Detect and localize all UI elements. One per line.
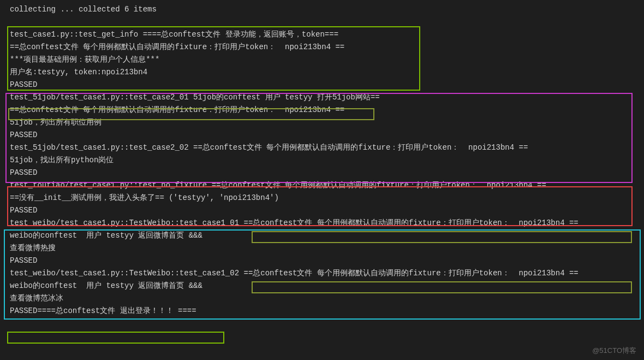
b2-l3: 51job，列出所有职位用例 [0, 116, 644, 129]
b4-l6: weibo的conftest 用户 testyy 返回微博首页 &&& [0, 280, 644, 292]
b4-l5a: test_weibo/test_case1.py::TestWeibo::tes… [10, 269, 243, 278]
b3-passed: PASSED [0, 204, 644, 217]
b1-l2: ==总conftest文件 每个用例都默认自动调用的fixture：打印用户to… [0, 41, 644, 54]
b4-l1a: test_weibo/test_case1.py::TestWeibo::tes… [10, 219, 243, 227]
b2-l1: test_51job/test_case1.py::test_case2_01 … [0, 91, 644, 104]
b1-l1: test_case1.py::test_get_info ====总confte… [0, 28, 644, 41]
terminal-output: collecting ... collected 6 items test_ca… [0, 3, 644, 317]
blank-line [0, 16, 644, 28]
b4-l3: 查看微博热搜 [0, 242, 644, 255]
b4-l7: 查看微博范冰冰 [0, 292, 644, 305]
b4-l2: weibo的conftest 用户 testyy 返回微博首页 &&& [0, 229, 644, 242]
b4-passed1: PASSED [0, 255, 644, 267]
b4-l1b: ==总conftest文件 每个用例都默认自动调用的fixture：打印用户to… [243, 219, 578, 227]
b2-passed1: PASSED [0, 129, 644, 141]
b1-passed: PASSED [0, 79, 644, 91]
b3-l2: ==没有__init__测试用例，我进入头条了== ('testyy', 'np… [0, 192, 644, 204]
b2-l5: test_51job/test_case1.py::test_case2_02 … [0, 141, 644, 154]
collecting-line: collecting ... collected 6 items [0, 3, 644, 16]
b2-l6: 51job，找出所有python岗位 [0, 154, 644, 167]
footer-passed: PASSED====总conftest文件 退出登录！！！ ==== [0, 305, 644, 317]
b3-l1: test_toutiao/test_case1.py::test_no_fixt… [0, 179, 644, 192]
b1-l4: 用户名:testyy, token:npoi213bn4 [0, 66, 644, 79]
b4-l1: test_weibo/test_case1.py::TestWeibo::tes… [0, 217, 644, 229]
highlight-footer [7, 332, 224, 344]
b4-l5: test_weibo/test_case1.py::TestWeibo::tes… [0, 267, 644, 280]
b4-l5b: ==总conftest文件 每个用例都默认自动调用的fixture：打印用户to… [243, 269, 578, 278]
watermark: @51CTO博客 [592, 344, 636, 357]
b2-l2: ==总conftest文件 每个用例都默认自动调用的fixture：打印用户to… [0, 104, 644, 116]
b1-l3: ***项目最基础用例：获取用户个人信息*** [0, 54, 644, 66]
b2-passed2: PASSED [0, 167, 644, 179]
